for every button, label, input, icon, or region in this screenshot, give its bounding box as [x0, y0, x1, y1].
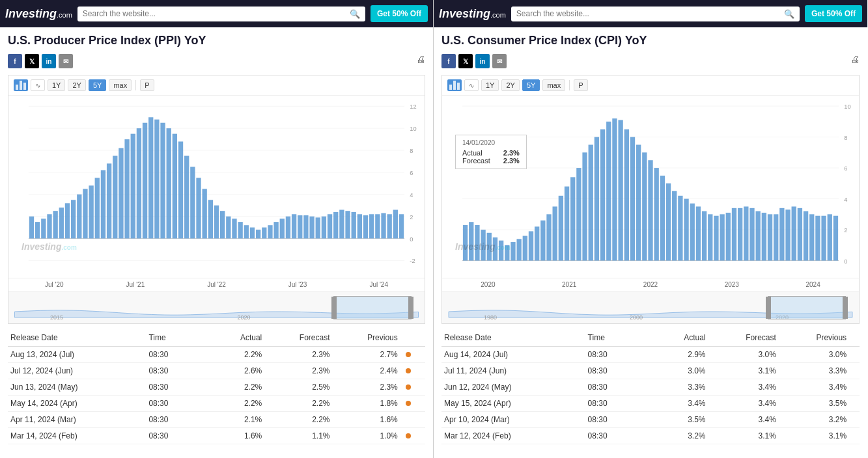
table-cell-time: 08:30 [146, 347, 193, 363]
social-fb-button[interactable]: f [8, 54, 22, 68]
data-table-wrapper: Release DateTimeActualForecastPreviousAu… [441, 329, 860, 444]
x-label: Jul '21 [126, 281, 145, 288]
timeframe-5Y-button[interactable]: 5Y [522, 79, 540, 91]
table-cell-actual: 3.3% [655, 379, 708, 396]
timeframe-2Y-button[interactable]: 2Y [501, 79, 519, 91]
x-label: Jul '23 [288, 281, 307, 288]
social-em-button[interactable]: ✉ [59, 54, 73, 68]
print-icon[interactable]: 🖨 [850, 54, 860, 68]
table-header-1: Time [585, 329, 634, 347]
table-header-4: Actual [213, 329, 264, 347]
timeframe-max-button[interactable]: max [109, 79, 132, 91]
table-cell-time: 08:30 [146, 396, 193, 412]
nav-label: 2020 [237, 314, 250, 321]
cta-button[interactable]: Get 50% Off [371, 5, 428, 22]
header: Investing.com 🔍 Get 50% Off [0, 0, 433, 27]
table-row: Apr 10, 2024 (Mar)08:303.5%3.4%3.2% [441, 412, 860, 428]
chart-toolbar: ∿1Y2Y5YmaxP [8, 75, 425, 96]
svg-rect-77 [387, 214, 392, 238]
social-tw-button[interactable]: 𝕏 [458, 54, 473, 68]
social-li-button[interactable]: in [475, 54, 490, 68]
social-li-button[interactable]: in [42, 54, 56, 68]
svg-rect-136 [720, 214, 724, 260]
timeframe-1Y-button[interactable]: 1Y [48, 79, 65, 91]
nav-selection[interactable] [768, 296, 846, 319]
table-cell-dot [849, 379, 860, 396]
search-input[interactable] [83, 9, 346, 18]
svg-text:10: 10 [844, 103, 850, 110]
table-cell-empty [203, 363, 213, 379]
svg-rect-129 [678, 196, 682, 261]
print-icon[interactable]: 🖨 [416, 54, 425, 68]
chart-container: ∿1Y2Y5YmaxP-2024681012Investing.comJul '… [8, 75, 425, 324]
x-label: 2023 [725, 281, 739, 288]
table-cell-empty [634, 363, 645, 379]
logo[interactable]: Investing.com [5, 7, 72, 21]
chart-navigator[interactable]: 20152020 [8, 291, 425, 323]
table-header-4: Actual [655, 329, 708, 347]
svg-rect-31 [113, 156, 117, 239]
table-cell-forecast: 2.2% [264, 412, 332, 428]
timeframe-2Y-button[interactable]: 2Y [68, 79, 85, 91]
svg-text:10: 10 [410, 126, 416, 132]
svg-rect-20 [47, 214, 51, 238]
table-cell-forecast: 3.4% [708, 396, 779, 412]
logo-dot-com: .com [490, 11, 506, 19]
chart-navigator[interactable]: 198020002020 [442, 291, 859, 323]
table-cell-forecast: 2.2% [264, 396, 332, 412]
timeframe-1Y-button[interactable]: 1Y [481, 79, 499, 91]
svg-rect-107 [546, 214, 551, 260]
table-cell-date: Aug 13, 2024 (Jul) [8, 347, 146, 363]
line-chart-icon[interactable]: ∿ [464, 79, 479, 91]
search-input[interactable] [516, 9, 780, 18]
social-fb-button[interactable]: f [441, 54, 456, 68]
svg-rect-125 [654, 168, 659, 260]
nav-handle-left[interactable] [766, 297, 771, 319]
table-cell-date: Jun 12, 2024 (May) [441, 379, 585, 396]
tooltip-forecast-label: Forecast [462, 157, 490, 165]
nav-selection[interactable] [333, 296, 412, 319]
svg-rect-75 [375, 214, 380, 238]
timeframe-5Y-button[interactable]: 5Y [89, 79, 106, 91]
nav-handle-right[interactable] [843, 297, 848, 319]
toolbar-separator [569, 80, 570, 90]
svg-rect-123 [642, 152, 647, 260]
table-cell-empty [645, 428, 655, 444]
table-cell-forecast: 2.3% [264, 347, 332, 363]
table-cell-empty [203, 428, 213, 444]
bar-chart-icon[interactable] [14, 79, 28, 91]
svg-rect-127 [666, 183, 671, 261]
line-chart-icon[interactable]: ∿ [31, 79, 45, 91]
timeframe-max-button[interactable]: max [542, 79, 565, 91]
p-button[interactable]: P [574, 79, 587, 91]
svg-rect-110 [565, 187, 569, 261]
svg-rect-138 [732, 208, 736, 261]
social-bar: f𝕏in✉🖨 [441, 54, 860, 68]
logo[interactable]: Investing.com [439, 7, 506, 21]
table-row: May 14, 2024 (Apr)08:302.2%2.2%1.8% [8, 396, 425, 412]
table-cell-time: 08:30 [585, 412, 634, 428]
svg-rect-52 [238, 222, 242, 238]
search-bar: 🔍 [77, 7, 365, 21]
bar-chart-icon[interactable] [447, 79, 462, 91]
table-cell-previous: 3.0% [779, 347, 849, 363]
table-cell-dot [849, 347, 860, 363]
nav-handle-left[interactable] [331, 297, 337, 319]
table-row: Jul 12, 2024 (Jun)08:302.6%2.3%2.4% [8, 363, 425, 379]
table-cell-empty [645, 412, 655, 428]
table-cell-dot [400, 412, 425, 428]
svg-rect-143 [762, 213, 766, 261]
social-tw-button[interactable]: 𝕏 [25, 54, 39, 68]
cta-button[interactable]: Get 50% Off [805, 5, 862, 22]
svg-rect-59 [280, 219, 285, 238]
svg-rect-23 [65, 203, 70, 238]
social-em-button[interactable]: ✉ [492, 54, 507, 68]
p-button[interactable]: P [140, 79, 154, 91]
table-row: Jun 12, 2024 (May)08:303.3%3.4%3.4% [441, 379, 860, 396]
svg-rect-69 [339, 209, 344, 238]
svg-rect-46 [203, 189, 207, 238]
table-row: Mar 14, 2024 (Feb)08:301.6%1.1%1.0% [8, 428, 425, 444]
chart-tooltip: 14/01/2020 Actual 2.3% Forecast 2.3% [455, 135, 527, 169]
panel-ppi: Investing.com 🔍 Get 50% OffU.S. Producer… [0, 0, 434, 458]
nav-handle-right[interactable] [408, 297, 413, 319]
